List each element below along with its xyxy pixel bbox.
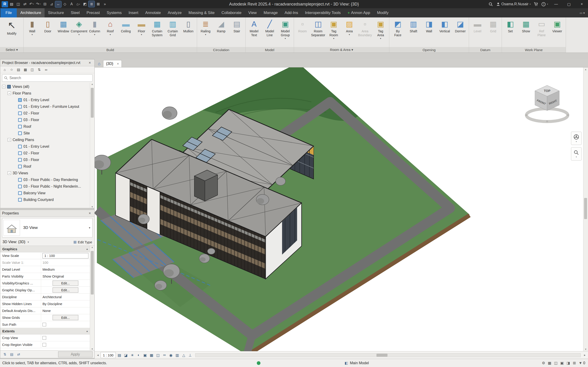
- show-grids-edit-button[interactable]: Edit...: [52, 315, 78, 320]
- tree-item-building-courtyard[interactable]: Building Courtyard: [0, 196, 90, 203]
- ribbon-button-shaft[interactable]: ▥Shaft: [406, 18, 421, 33]
- edit-type-button[interactable]: ▦ Edit Type: [73, 240, 92, 244]
- properties-filter-icon[interactable]: ⇄: [16, 352, 21, 357]
- ribbon-display-toggle[interactable]: ▭ ▾: [580, 8, 588, 17]
- panel-label-datum[interactable]: Datum: [469, 47, 502, 52]
- ribbon-button-component[interactable]: ◈Component▾: [71, 18, 87, 36]
- properties-close-icon[interactable]: ×: [87, 211, 93, 215]
- browser-schedules-icon[interactable]: ▦: [22, 67, 28, 73]
- expander-icon[interactable]: −: [8, 171, 11, 175]
- properties-scroll-thumb[interactable]: [91, 251, 94, 294]
- temporary-view-properties-icon[interactable]: ▥: [174, 352, 180, 358]
- design-options-icon[interactable]: ◧: [345, 361, 348, 365]
- ribbon-button-window[interactable]: ▦Window: [56, 18, 71, 33]
- ribbon-button-area[interactable]: ▨Area▾: [342, 18, 357, 36]
- expander-icon[interactable]: −: [8, 92, 11, 95]
- ribbon-button-mullion[interactable]: ▯Mullion: [181, 18, 196, 33]
- app-logo[interactable]: R: [2, 1, 8, 7]
- selection-filter[interactable]: ▼ 0: [579, 361, 585, 365]
- tab-steel[interactable]: Steel: [67, 8, 83, 17]
- ribbon-button-roof[interactable]: ⌂Roof▾: [103, 18, 118, 36]
- panel-label-model[interactable]: Model: [246, 47, 294, 52]
- tree-item-01-entry-level[interactable]: 01 - Entry Level: [0, 143, 90, 150]
- browser-search-box[interactable]: [2, 74, 93, 82]
- scroll-up-icon[interactable]: ▲: [585, 68, 587, 71]
- sun-path-checkbox[interactable]: [43, 323, 46, 326]
- tree-item-01-entry-level[interactable]: 01 - Entry Level: [0, 97, 90, 103]
- worksharing-icon[interactable]: ⚙: [542, 361, 545, 365]
- shadows-icon[interactable]: ◐: [136, 352, 142, 358]
- ribbon-button-ramp[interactable]: ◢Ramp: [213, 18, 229, 33]
- ribbon-button-floor[interactable]: ▬Floor▾: [134, 18, 149, 36]
- aligned-dimension-icon[interactable]: ↔: [55, 1, 61, 7]
- canvas-horizontal-scrollbar[interactable]: [195, 353, 581, 357]
- user-menu[interactable]: Osama.R.Nusair ▾: [496, 2, 531, 6]
- tree-item-roof[interactable]: Roof: [0, 123, 90, 130]
- sync-with-central-icon[interactable]: ⇄: [22, 1, 28, 7]
- select-pinned-icon[interactable]: ▣: [561, 361, 564, 365]
- section-graphics[interactable]: Graphics▴: [0, 246, 90, 252]
- ribbon-button-door[interactable]: ▯Door: [40, 18, 56, 33]
- browser-views-icon[interactable]: ▤: [15, 67, 22, 73]
- ribbon-button-curtain-system[interactable]: ▦CurtainSystem: [149, 18, 165, 37]
- scroll-down-icon[interactable]: ▼: [91, 206, 94, 208]
- section-extents[interactable]: Extents▴: [0, 328, 90, 334]
- tab-interoperability-tools[interactable]: Interoperability Tools: [302, 8, 344, 17]
- scroll-right-icon[interactable]: ►: [583, 354, 587, 357]
- ribbon-button-stair[interactable]: ▤Stair: [229, 18, 245, 33]
- browser-search-input[interactable]: [9, 76, 90, 80]
- panel-label-build[interactable]: Build: [24, 47, 197, 52]
- tab-massing-site[interactable]: Massing & Site: [185, 8, 218, 17]
- drag-on-selection-icon[interactable]: ⊞: [573, 361, 576, 365]
- panel-label-room-area[interactable]: Room & Area ▾: [294, 47, 389, 52]
- sun-path-icon[interactable]: ☀: [129, 352, 135, 358]
- properties-scrollbar[interactable]: ▲ ▼: [90, 246, 95, 350]
- tab-annotate[interactable]: Annotate: [142, 8, 164, 17]
- view-scale-button[interactable]: 1 : 100: [101, 352, 116, 358]
- crop-region-visible-checkbox[interactable]: [43, 343, 46, 347]
- project-browser-header[interactable]: Project Browser - racadvancedsampleproje…: [0, 59, 95, 66]
- analytical-model-icon[interactable]: △: [181, 352, 187, 358]
- tab-collaborate[interactable]: Collaborate: [218, 8, 245, 17]
- tree-item-03-floor[interactable]: 03 - Floor: [0, 117, 90, 123]
- redo-icon[interactable]: ↷▾: [35, 1, 41, 7]
- select-by-face-icon[interactable]: ◨: [567, 361, 570, 365]
- help-menu[interactable]: ? ▾: [541, 2, 548, 6]
- tab-structure[interactable]: Structure: [44, 8, 67, 17]
- ribbon-button-show[interactable]: ▦Show: [518, 18, 534, 33]
- tab-modify[interactable]: Modify: [373, 8, 392, 17]
- reveal-hidden-icon[interactable]: ◉: [168, 352, 174, 358]
- detail-level-icon[interactable]: ▤: [116, 352, 122, 358]
- save-icon[interactable]: ◫: [15, 1, 21, 7]
- scroll-left-icon[interactable]: ◄: [96, 354, 100, 357]
- tag-by-category-icon[interactable]: ◇: [62, 1, 68, 7]
- thin-lines-icon[interactable]: ≣: [88, 1, 95, 7]
- default-3d-view-icon[interactable]: ⌂▾: [75, 1, 81, 7]
- section-icon[interactable]: ◩: [82, 1, 88, 7]
- tree-item-balcony-view[interactable]: Balcony View: [0, 190, 90, 196]
- properties-group-icon[interactable]: ▤: [9, 352, 15, 357]
- ribbon-button-set[interactable]: ◧Set: [502, 18, 518, 33]
- scroll-down-icon[interactable]: ▼: [91, 348, 94, 350]
- tab-analyze[interactable]: Analyze: [164, 8, 185, 17]
- tree-item-03-floor-public-day-rendering[interactable]: 03 - Floor Public - Day Rendering: [0, 176, 90, 183]
- panel-label-opening[interactable]: Opening: [389, 47, 469, 52]
- ribbon-button-model-text[interactable]: AModelText: [246, 18, 262, 37]
- graphic-display-op-edit-button[interactable]: Edit...: [52, 287, 78, 293]
- ribbon-button-wall[interactable]: ▮Wall▾: [24, 18, 40, 36]
- tab-add-ins[interactable]: Add-Ins: [281, 8, 302, 17]
- instance-caret-icon[interactable]: ▾: [27, 241, 29, 244]
- print-icon[interactable]: ⊟: [42, 1, 48, 7]
- ribbon-button-curtain-grid[interactable]: ▥CurtainGrid: [165, 18, 181, 37]
- crop-view-icon[interactable]: ▦: [149, 352, 155, 358]
- browser-scroll-thumb[interactable]: [91, 88, 94, 118]
- minimize-button[interactable]: —: [551, 0, 561, 8]
- scroll-up-icon[interactable]: ▲: [91, 83, 94, 85]
- undo-icon[interactable]: ↶▾: [28, 1, 35, 7]
- browser-expand-icon[interactable]: ⇅: [36, 67, 42, 73]
- select-links-icon[interactable]: ▦: [548, 361, 551, 365]
- courtyard-pavilion[interactable]: [194, 170, 217, 201]
- panel-label-circulation[interactable]: Circulation: [197, 47, 245, 52]
- tree-item-02-floor[interactable]: 02 - Floor: [0, 150, 90, 156]
- tab-view[interactable]: View: [245, 8, 260, 17]
